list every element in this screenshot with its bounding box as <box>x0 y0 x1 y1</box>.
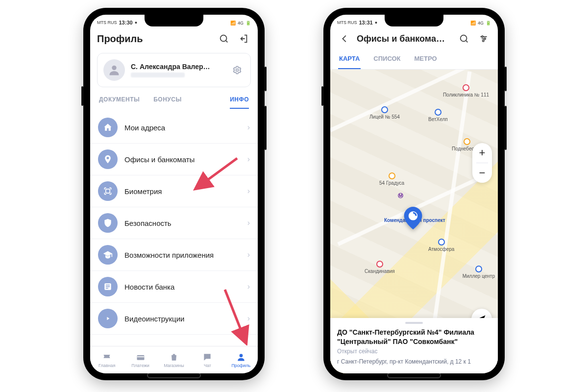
branch-info-card[interactable]: ДО "Санкт-Петербургский №4" Филиала "Цен… <box>330 318 498 373</box>
back-icon[interactable] <box>337 31 352 46</box>
branch-address: г Санкт-Петербург, пр-кт Комендантский, … <box>337 358 491 366</box>
zoom-controls: + − <box>472 143 492 183</box>
nav-profile[interactable]: Профиль <box>224 346 258 373</box>
profile-tabs: ДОКУМЕНТЫ БОНУСЫ ИНФО <box>90 91 258 109</box>
pin-icon <box>98 149 118 169</box>
nav-home[interactable]: Главная <box>90 346 123 373</box>
tab-map[interactable]: КАРТА <box>338 49 361 69</box>
map-poi[interactable]: Лицей № 554 <box>369 106 400 120</box>
search-icon[interactable] <box>457 31 471 46</box>
svg-rect-6 <box>106 286 110 287</box>
svg-rect-3 <box>106 189 110 193</box>
menu-item-biometrics[interactable]: Биометрия › <box>90 175 258 207</box>
news-icon <box>98 277 118 296</box>
branch-open-status: Открыт сейчас <box>337 348 491 355</box>
tab-metro[interactable]: МЕТРО <box>414 49 438 69</box>
chevron-right-icon: › <box>247 155 250 164</box>
phone-frame-left: MTS RUS 13:30 ● 📶4G🔋 Профиль С. Александ… <box>83 8 265 380</box>
chevron-right-icon: › <box>247 187 250 196</box>
menu-item-news[interactable]: Новости банка › <box>90 271 258 303</box>
map-poi[interactable]: Миллер центр <box>463 266 495 279</box>
nav-chat[interactable]: Чат <box>191 346 224 373</box>
map-poi[interactable]: 54 Градуса <box>379 172 404 186</box>
avatar-icon <box>103 59 125 81</box>
svg-point-0 <box>220 35 227 42</box>
chevron-right-icon: › <box>247 123 250 132</box>
map-selected-pin-icon[interactable] <box>404 207 422 225</box>
map-poi[interactable]: Скандинавия <box>365 261 395 274</box>
filter-icon[interactable] <box>476 31 491 46</box>
menu-item-addresses[interactable]: Мои адреса › <box>90 112 258 144</box>
page-title: Профиль <box>97 33 212 45</box>
map-poi[interactable]: Атмосфера <box>428 239 454 252</box>
status-clock: 13:30 <box>119 20 133 25</box>
gear-icon[interactable] <box>230 63 245 77</box>
menu-item-app-features[interactable]: Возможности приложения › <box>90 239 258 271</box>
map-poi[interactable]: Поликлиника № 111 <box>443 84 489 98</box>
chevron-right-icon: › <box>247 250 250 259</box>
carrier-label: MTS RUS <box>97 20 117 25</box>
menu-item-video-guides[interactable]: Видеоинструкции › <box>90 303 258 335</box>
shield-icon <box>98 213 118 233</box>
svg-point-11 <box>239 354 243 357</box>
map-area[interactable]: Поликлиника № 111 Лицей № 554 ВетХелп По… <box>330 70 498 373</box>
svg-point-12 <box>461 35 467 42</box>
nav-payments[interactable]: Платежи <box>123 346 157 373</box>
svg-point-13 <box>482 36 483 37</box>
tab-list[interactable]: СПИСОК <box>372 49 401 69</box>
svg-point-2 <box>236 69 239 72</box>
svg-point-1 <box>112 66 116 70</box>
menu-item-security[interactable]: Безопасность › <box>90 207 258 239</box>
tab-bonuses[interactable]: БОНУСЫ <box>153 96 182 109</box>
logout-icon[interactable] <box>236 31 251 46</box>
zoom-in-button[interactable]: + <box>472 143 492 163</box>
chevron-right-icon: › <box>247 314 250 323</box>
tab-documents[interactable]: ДОКУМЕНТЫ <box>99 96 140 109</box>
chevron-right-icon: › <box>247 282 250 291</box>
svg-point-14 <box>484 38 486 39</box>
profile-name: С. Александра Валер… <box>131 63 224 71</box>
search-icon[interactable] <box>217 31 231 46</box>
tab-info[interactable]: ИНФО <box>230 96 249 109</box>
bottom-nav: Главная Платежи Магазины Чат Профиль <box>90 346 258 373</box>
map-poi[interactable]: ВетХелп <box>428 109 448 122</box>
chevron-right-icon: › <box>247 219 250 227</box>
nav-shops[interactable]: Магазины <box>157 346 191 373</box>
svg-rect-9 <box>137 355 144 360</box>
metro-icon: Ⓜ <box>398 192 403 199</box>
profile-phone-redacted <box>131 73 185 77</box>
svg-rect-7 <box>106 288 108 289</box>
info-menu-list: Мои адреса › Офисы и банкоматы › Биометр… <box>90 109 258 335</box>
page-title: Офисы и банкома… <box>357 34 452 44</box>
map-tabs: КАРТА СПИСОК МЕТРО <box>330 49 498 69</box>
phone-frame-right: MTS RUS 13:31 ● 📶4G🔋 Офисы и банкома… КА… <box>323 8 505 380</box>
play-icon <box>98 309 118 328</box>
home-icon <box>98 118 118 137</box>
sheet-handle-icon[interactable] <box>405 322 423 324</box>
profile-card[interactable]: С. Александра Валер… <box>97 53 251 87</box>
svg-rect-5 <box>106 285 110 286</box>
zoom-out-button[interactable]: − <box>472 163 492 183</box>
graduation-icon <box>98 245 118 265</box>
biometrics-icon <box>98 181 118 201</box>
menu-item-offices-atms[interactable]: Офисы и банкоматы › <box>90 144 258 175</box>
svg-point-15 <box>483 40 484 42</box>
branch-title: ДО "Санкт-Петербургский №4" Филиала "Цен… <box>337 328 491 345</box>
svg-rect-10 <box>137 356 144 357</box>
